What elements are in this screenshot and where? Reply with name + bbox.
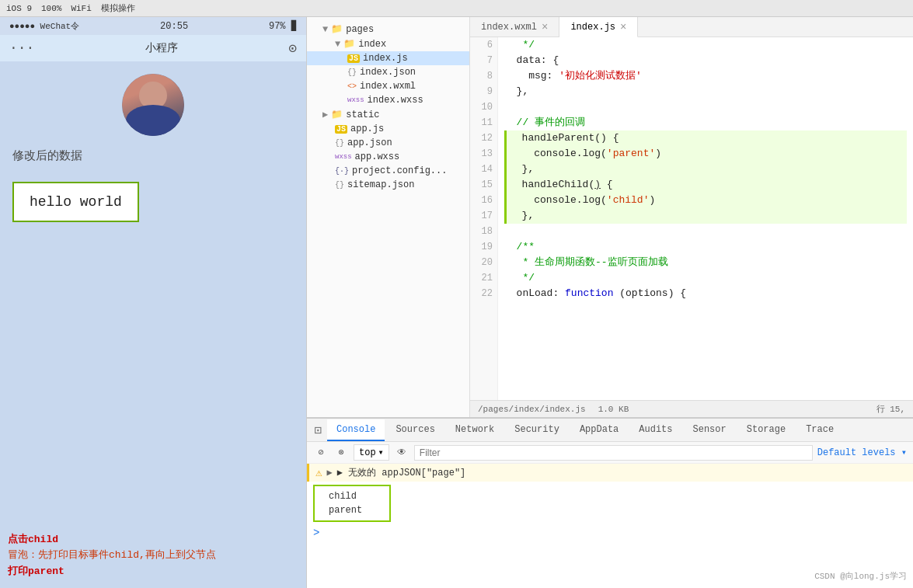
phone-panel: ●●●●● WeChat令 20:55 97% ▉ ··· 小程序 ⊙ 修改后的… <box>0 17 307 588</box>
devtools-toolbar: ⊘ ⊗ top ▾ 👁 Default levels ▾ <box>307 442 913 464</box>
avatar <box>122 74 184 136</box>
devtools-tab-security[interactable]: Security <box>505 419 569 441</box>
code-line-8: msg: '初始化测试数据' <box>504 68 907 84</box>
main-area: ●●●●● WeChat令 20:55 97% ▉ ··· 小程序 ⊙ 修改后的… <box>0 17 913 588</box>
code-line-14: }, <box>504 162 907 177</box>
tree-item-pages[interactable]: ▼ 📁 pages <box>307 22 469 37</box>
eye-icon[interactable]: 👁 <box>394 445 409 461</box>
phone-content: 修改后的数据 hello world 点击child 冒泡：先打印目标事件chi… <box>0 61 306 588</box>
tab-wxml-close[interactable]: × <box>542 21 548 33</box>
console-log-child: child <box>322 489 382 503</box>
json-icon-sitemap: {} <box>335 181 344 190</box>
js-icon: JS <box>347 54 360 63</box>
annotation-block: 点击child 冒泡：先打印目标事件child,再向上到父节点 打印parent <box>8 532 216 580</box>
wxss-icon: wxss <box>347 96 364 104</box>
code-line-10 <box>504 99 907 115</box>
code-line-13: console.log('parent') <box>504 146 907 162</box>
console-filter-input[interactable] <box>414 445 813 461</box>
tree-label-static: static <box>346 110 379 120</box>
chevron-down-icon: ▾ <box>378 447 384 458</box>
devtools-tab-storage[interactable]: Storage <box>737 419 795 441</box>
config-icon: {·} <box>335 167 349 176</box>
tree-item-index-json[interactable]: {} index.json <box>307 65 469 79</box>
tree-item-static[interactable]: ▶ 📁 static <box>307 107 469 122</box>
console-log-group: child parent <box>313 485 391 522</box>
code-line-12: handleParent() { <box>504 130 907 146</box>
modified-data-label: 修改后的数据 <box>12 148 294 163</box>
js-icon-app: JS <box>335 125 347 134</box>
tree-label-pages: pages <box>346 24 374 35</box>
tree-label-project-config: project.config... <box>352 165 447 176</box>
tree-item-index-wxss[interactable]: wxss index.wxss <box>307 93 469 107</box>
code-line-19: /** <box>504 239 907 255</box>
devtools-inspect-icon[interactable]: ⊡ <box>310 423 326 438</box>
console-log-parent: parent <box>322 503 382 517</box>
tree-item-app-wxss[interactable]: wxss app.wxss <box>307 150 469 164</box>
tree-item-sitemap-json[interactable]: {} sitemap.json <box>307 178 469 192</box>
context-selector[interactable]: top ▾ <box>354 444 389 461</box>
phone-signal: ●●●●● WeChat令 <box>9 20 79 32</box>
devtools-tab-network[interactable]: Network <box>446 419 504 441</box>
tree-label-index-wxss: index.wxss <box>368 95 423 106</box>
tree-item-app-js[interactable]: JS app.js <box>307 122 469 136</box>
code-line-18 <box>504 224 907 239</box>
tree-item-index-wxml[interactable]: <> index.wxml <box>307 79 469 93</box>
line-numbers: 678910 1112131415 1617181920 2122 <box>470 37 498 400</box>
code-content: 678910 1112131415 1617181920 2122 */ dat… <box>470 37 913 400</box>
tree-label-sitemap-json: sitemap.json <box>347 179 414 190</box>
phone-menu-icon[interactable]: ··· <box>9 40 34 56</box>
devtools-tab-console[interactable]: Console <box>327 419 385 441</box>
code-line-11: // 事件的回调 <box>504 115 907 130</box>
tab-js-close[interactable]: × <box>620 21 626 33</box>
phone-camera-icon[interactable]: ⊙ <box>288 40 297 57</box>
warning-icon: ⚠ <box>315 466 322 479</box>
devtools-tab-audits[interactable]: Audits <box>629 419 681 441</box>
tree-label-index: index <box>358 39 386 50</box>
block-icon[interactable]: ⊗ <box>333 445 349 461</box>
tree-item-index-folder[interactable]: ▼ 📁 index <box>307 37 469 51</box>
console-output: ⚠ ▶ ▶ 无效的 appJSON["page"] child parent > <box>307 464 913 588</box>
code-line-21: */ <box>504 270 907 286</box>
clear-console-button[interactable]: ⊘ <box>313 445 329 461</box>
warning-text: ▶ 无效的 appJSON["page"] <box>337 466 466 479</box>
folder-icon-static: 📁 <box>331 109 343 120</box>
tree-item-index-js[interactable]: JS index.js <box>307 51 469 65</box>
file-path: /pages/index/index.js <box>478 405 586 414</box>
devtools-tab-trace[interactable]: Trace <box>796 419 843 441</box>
avatar-container <box>12 74 294 136</box>
avatar-image <box>122 74 184 136</box>
code-line-17: }, <box>504 208 907 224</box>
tab-index-js[interactable]: index.js × <box>559 17 638 37</box>
code-line-6: */ <box>504 37 907 53</box>
tree-item-app-json[interactable]: {} app.json <box>307 136 469 150</box>
devtools-panel: ⊡ Console Sources Network Security AppDa… <box>307 417 913 588</box>
tree-label-app-json: app.json <box>347 137 392 148</box>
console-prompt[interactable]: > <box>307 525 913 541</box>
zoom-level: 100% <box>41 4 61 13</box>
tree-label-index-js: index.js <box>363 53 408 64</box>
code-line-9: }, <box>504 84 907 99</box>
default-levels-selector[interactable]: Default levels ▾ <box>817 447 907 458</box>
code-line-16: console.log('child') <box>504 193 907 208</box>
tab-wxml-label: index.wxml <box>481 22 537 33</box>
top-bar: iOS 9 100% WiFi 模拟操作 <box>0 0 913 17</box>
code-line-20: * 生命周期函数--监听页面加载 <box>504 255 907 270</box>
chevron-down-icon: ▼ <box>322 24 328 35</box>
chevron-down-icon-index: ▼ <box>335 39 340 50</box>
tree-item-project-config[interactable]: {·} project.config... <box>307 164 469 178</box>
expand-icon[interactable]: ▶ <box>326 467 332 478</box>
code-line-22: onLoad: function (options) { <box>504 286 907 301</box>
devtools-tab-sensor[interactable]: Sensor <box>684 419 736 441</box>
code-panel: index.wxml × index.js × 678910 111213141… <box>470 17 913 417</box>
tree-label-app-wxss: app.wxss <box>355 151 400 162</box>
tab-index-wxml[interactable]: index.wxml × <box>470 17 559 37</box>
ios-version: iOS 9 <box>6 4 32 13</box>
tab-js-label: index.js <box>570 22 615 33</box>
code-lines: */ data: { msg: '初始化测试数据' }, // 事件的回调 ha… <box>498 37 913 400</box>
devtools-tabs: ⊡ Console Sources Network Security AppDa… <box>307 419 913 442</box>
devtools-tab-sources[interactable]: Sources <box>386 419 444 441</box>
annotation-line2: 冒泡：先打印目标事件child,再向上到父节点 <box>8 548 216 564</box>
json-icon-app: {} <box>335 139 344 148</box>
devtools-tab-appdata[interactable]: AppData <box>570 419 628 441</box>
hello-world-button[interactable]: hello world <box>12 182 139 222</box>
